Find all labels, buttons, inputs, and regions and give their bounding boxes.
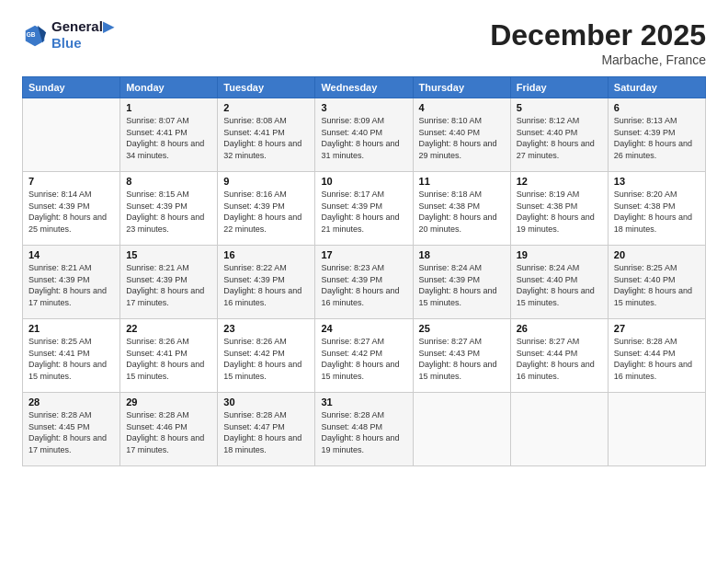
col-sunday: Sunday	[23, 77, 120, 98]
day-info: Sunrise: 8:24 AM Sunset: 4:39 PM Dayligh…	[419, 262, 505, 308]
svg-text:GB: GB	[27, 31, 36, 38]
day-number: 17	[321, 249, 406, 260]
sunset-text: Sunset: 4:46 PM	[126, 421, 211, 433]
sunrise-text: Sunrise: 8:13 AM	[614, 115, 700, 127]
daylight-text: Daylight: 8 hours and 18 minutes.	[614, 212, 700, 235]
calendar-table: Sunday Monday Tuesday Wednesday Thursday…	[22, 76, 706, 466]
daylight-text: Daylight: 8 hours and 17 minutes.	[126, 285, 211, 308]
sunset-text: Sunset: 4:41 PM	[223, 127, 309, 139]
sunset-text: Sunset: 4:39 PM	[223, 274, 309, 286]
daylight-text: Daylight: 8 hours and 15 minutes.	[614, 285, 700, 308]
sunrise-text: Sunrise: 8:28 AM	[223, 409, 309, 421]
day-cell: 23 Sunrise: 8:26 AM Sunset: 4:42 PM Dayl…	[218, 319, 315, 393]
day-cell: 10 Sunrise: 8:17 AM Sunset: 4:39 PM Dayl…	[315, 172, 413, 246]
day-info: Sunrise: 8:21 AM Sunset: 4:39 PM Dayligh…	[126, 262, 211, 308]
daylight-text: Daylight: 8 hours and 15 minutes.	[321, 359, 406, 382]
daylight-text: Daylight: 8 hours and 17 minutes.	[28, 285, 114, 308]
sunrise-text: Sunrise: 8:18 AM	[419, 189, 505, 201]
sunset-text: Sunset: 4:42 PM	[223, 348, 309, 360]
sunrise-text: Sunrise: 8:28 AM	[126, 409, 211, 421]
sunrise-text: Sunrise: 8:27 AM	[419, 336, 505, 348]
day-cell: 14 Sunrise: 8:21 AM Sunset: 4:39 PM Dayl…	[23, 246, 120, 319]
header: GB General▶ Blue December 2025 Marbache,…	[22, 18, 706, 67]
daylight-text: Daylight: 8 hours and 27 minutes.	[517, 138, 602, 161]
day-number: 20	[614, 249, 700, 260]
sunrise-text: Sunrise: 8:27 AM	[517, 336, 602, 348]
daylight-text: Daylight: 8 hours and 16 minutes.	[517, 359, 602, 382]
day-number: 2	[223, 102, 309, 113]
sunset-text: Sunset: 4:39 PM	[419, 274, 505, 286]
day-cell: 19 Sunrise: 8:24 AM Sunset: 4:40 PM Dayl…	[510, 246, 608, 319]
sunrise-text: Sunrise: 8:17 AM	[321, 189, 406, 201]
day-number: 30	[223, 396, 309, 408]
day-cell: 20 Sunrise: 8:25 AM Sunset: 4:40 PM Dayl…	[608, 246, 705, 319]
sunset-text: Sunset: 4:39 PM	[223, 201, 309, 213]
day-info: Sunrise: 8:07 AM Sunset: 4:41 PM Dayligh…	[126, 115, 211, 161]
sunset-text: Sunset: 4:42 PM	[321, 348, 406, 360]
day-number: 13	[614, 176, 700, 187]
day-info: Sunrise: 8:28 AM Sunset: 4:45 PM Dayligh…	[28, 409, 114, 455]
daylight-text: Daylight: 8 hours and 32 minutes.	[223, 138, 309, 161]
day-number: 5	[517, 102, 602, 113]
day-number: 31	[321, 396, 406, 408]
day-cell: 1 Sunrise: 8:07 AM Sunset: 4:41 PM Dayli…	[120, 98, 218, 172]
day-info: Sunrise: 8:08 AM Sunset: 4:41 PM Dayligh…	[223, 115, 309, 161]
day-number: 14	[28, 249, 114, 260]
sunrise-text: Sunrise: 8:24 AM	[517, 262, 602, 274]
sunset-text: Sunset: 4:38 PM	[517, 201, 602, 213]
daylight-text: Daylight: 8 hours and 19 minutes.	[321, 432, 406, 455]
day-cell: 11 Sunrise: 8:18 AM Sunset: 4:38 PM Dayl…	[413, 172, 510, 246]
sunrise-text: Sunrise: 8:28 AM	[28, 409, 114, 421]
day-number: 21	[28, 323, 114, 334]
week-row-3: 21 Sunrise: 8:25 AM Sunset: 4:41 PM Dayl…	[23, 319, 706, 393]
title-section: December 2025 Marbache, France	[490, 18, 706, 67]
location-title: Marbache, France	[490, 52, 706, 67]
day-number: 12	[517, 176, 602, 187]
sunrise-text: Sunrise: 8:21 AM	[28, 262, 114, 274]
day-number: 19	[517, 249, 602, 260]
daylight-text: Daylight: 8 hours and 17 minutes.	[28, 432, 114, 455]
daylight-text: Daylight: 8 hours and 20 minutes.	[419, 212, 505, 235]
sunrise-text: Sunrise: 8:16 AM	[223, 189, 309, 201]
logo: GB General▶ Blue	[22, 18, 114, 52]
day-cell: 24 Sunrise: 8:27 AM Sunset: 4:42 PM Dayl…	[315, 319, 413, 393]
day-number: 24	[321, 323, 406, 334]
calendar-page: GB General▶ Blue December 2025 Marbache,…	[0, 0, 728, 563]
day-info: Sunrise: 8:26 AM Sunset: 4:42 PM Dayligh…	[223, 336, 309, 382]
sunset-text: Sunset: 4:43 PM	[419, 348, 505, 360]
day-cell: 8 Sunrise: 8:15 AM Sunset: 4:39 PM Dayli…	[120, 172, 218, 246]
sunset-text: Sunset: 4:47 PM	[223, 421, 309, 433]
sunrise-text: Sunrise: 8:25 AM	[28, 336, 114, 348]
day-cell: 17 Sunrise: 8:23 AM Sunset: 4:39 PM Dayl…	[315, 246, 413, 319]
day-number: 26	[517, 323, 602, 334]
day-cell: 31 Sunrise: 8:28 AM Sunset: 4:48 PM Dayl…	[315, 393, 413, 466]
col-tuesday: Tuesday	[218, 77, 315, 98]
col-monday: Monday	[120, 77, 218, 98]
sunset-text: Sunset: 4:44 PM	[614, 348, 700, 360]
sunset-text: Sunset: 4:39 PM	[126, 201, 211, 213]
sunset-text: Sunset: 4:41 PM	[126, 348, 211, 360]
day-number: 22	[126, 323, 211, 334]
day-cell: 5 Sunrise: 8:12 AM Sunset: 4:40 PM Dayli…	[510, 98, 608, 172]
daylight-text: Daylight: 8 hours and 25 minutes.	[28, 212, 114, 235]
sunset-text: Sunset: 4:39 PM	[321, 201, 406, 213]
col-thursday: Thursday	[413, 77, 510, 98]
sunset-text: Sunset: 4:39 PM	[321, 274, 406, 286]
day-cell: 16 Sunrise: 8:22 AM Sunset: 4:39 PM Dayl…	[218, 246, 315, 319]
daylight-text: Daylight: 8 hours and 15 minutes.	[419, 359, 505, 382]
day-info: Sunrise: 8:28 AM Sunset: 4:46 PM Dayligh…	[126, 409, 211, 455]
sunrise-text: Sunrise: 8:22 AM	[223, 262, 309, 274]
daylight-text: Daylight: 8 hours and 17 minutes.	[126, 432, 211, 455]
week-row-1: 7 Sunrise: 8:14 AM Sunset: 4:39 PM Dayli…	[23, 172, 706, 246]
sunset-text: Sunset: 4:41 PM	[126, 127, 211, 139]
sunrise-text: Sunrise: 8:24 AM	[419, 262, 505, 274]
day-cell	[608, 393, 705, 466]
day-info: Sunrise: 8:25 AM Sunset: 4:40 PM Dayligh…	[614, 262, 700, 308]
sunset-text: Sunset: 4:38 PM	[419, 201, 505, 213]
sunrise-text: Sunrise: 8:19 AM	[517, 189, 602, 201]
day-cell: 9 Sunrise: 8:16 AM Sunset: 4:39 PM Dayli…	[218, 172, 315, 246]
col-wednesday: Wednesday	[315, 77, 413, 98]
day-number: 4	[419, 102, 505, 113]
day-number: 6	[614, 102, 700, 113]
sunrise-text: Sunrise: 8:26 AM	[223, 336, 309, 348]
